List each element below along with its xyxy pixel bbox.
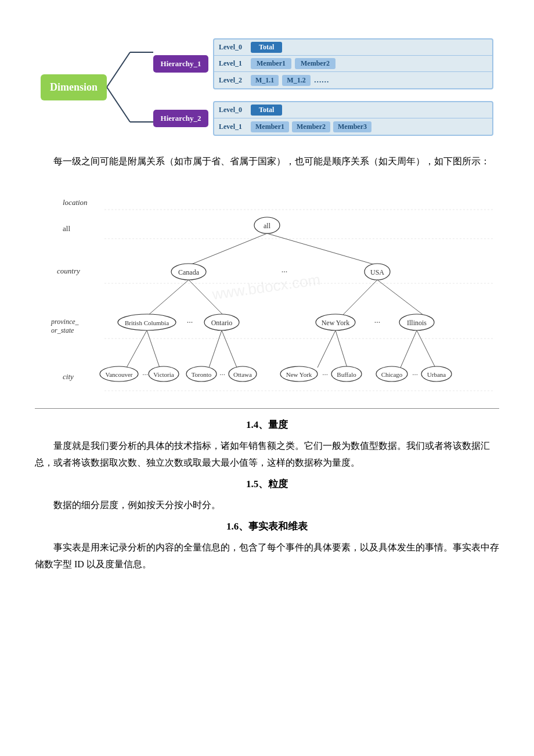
h1-m12: M_1.2 bbox=[282, 75, 310, 86]
svg-text:Victoria: Victoria bbox=[153, 371, 174, 378]
svg-text:···: ··· bbox=[374, 318, 381, 327]
h1-level1-cells: Member1 Member2 bbox=[251, 58, 335, 69]
svg-text:www.bdocx.com: www.bdocx.com bbox=[211, 271, 322, 303]
svg-text:country: country bbox=[57, 267, 80, 275]
hierarchy-2-label: Hierarchy_2 bbox=[153, 110, 208, 127]
h2-member1: Member1 bbox=[251, 121, 289, 132]
svg-line-27 bbox=[342, 280, 377, 315]
svg-line-25 bbox=[148, 280, 189, 315]
hierarchy-1-label: Hierarchy_1 bbox=[153, 55, 208, 73]
svg-text:British Columbia: British Columbia bbox=[125, 319, 169, 326]
h1-level1-name: Level_1 bbox=[219, 59, 251, 68]
h2-level0-row: Level_0 Total bbox=[214, 102, 492, 118]
h1-member2: Member2 bbox=[295, 58, 335, 69]
svg-text:···: ··· bbox=[282, 268, 288, 276]
section-15-content: 数据的细分层度，例如按天分按小时分。 bbox=[35, 496, 499, 514]
svg-text:USA: USA bbox=[370, 268, 384, 276]
h1-m11: M_1.1 bbox=[251, 75, 279, 86]
svg-text:location: location bbox=[63, 198, 88, 207]
svg-text:···: ··· bbox=[322, 370, 328, 379]
svg-text:New York: New York bbox=[322, 319, 350, 327]
svg-line-43 bbox=[317, 330, 335, 368]
h2-level0-cells: Total bbox=[251, 105, 282, 116]
svg-text:Ontario: Ontario bbox=[211, 319, 233, 327]
svg-line-39 bbox=[127, 330, 147, 368]
h2-member2: Member2 bbox=[292, 121, 330, 132]
svg-text:Urbana: Urbana bbox=[427, 371, 446, 378]
h2-level1-row: Level_1 Member1 Member2 Member3 bbox=[214, 118, 492, 135]
h2-member3: Member3 bbox=[333, 121, 371, 132]
h1-level1-row: Level_1 Member1 Member2 bbox=[214, 56, 492, 72]
hierarchy-diagram: Dimension Hierarchy_1 Level_0 Total bbox=[41, 29, 493, 145]
hierarchies-col: Hierarchy_1 Level_0 Total Level_1 Member… bbox=[153, 38, 493, 136]
svg-text:···: ··· bbox=[142, 370, 148, 379]
svg-line-46 bbox=[417, 330, 435, 368]
h1-ellipsis: …… bbox=[314, 75, 329, 85]
svg-line-44 bbox=[335, 330, 347, 368]
svg-line-42 bbox=[222, 330, 237, 368]
svg-line-19 bbox=[267, 233, 377, 265]
h1-member1: Member1 bbox=[251, 58, 291, 69]
svg-line-1 bbox=[107, 87, 130, 122]
h2-level1-name: Level_1 bbox=[219, 123, 251, 131]
svg-text:New York: New York bbox=[286, 371, 312, 378]
svg-line-18 bbox=[189, 233, 267, 265]
hierarchy-1-row: Hierarchy_1 Level_0 Total Level_1 Member… bbox=[153, 38, 493, 89]
svg-text:···: ··· bbox=[412, 370, 418, 379]
svg-text:Toronto: Toronto bbox=[192, 371, 212, 378]
h2-level-table: Level_0 Total Level_1 Member1 Member2 Me… bbox=[213, 101, 493, 136]
section-15: 1.5、粒度 数据的细分层度，例如按天分按小时分。 bbox=[35, 477, 499, 514]
section-16: 1.6、事实表和维表 事实表是用来记录分析的内容的全量信息的，包含了每个事件的具… bbox=[35, 520, 499, 573]
section-16-heading: 1.6、事实表和维表 bbox=[35, 520, 499, 533]
section-divider bbox=[35, 408, 499, 409]
h1-level0-name: Level_0 bbox=[219, 43, 251, 52]
svg-text:Illinois: Illinois bbox=[407, 319, 427, 327]
section-14-content: 量度就是我们要分析的具体的技术指标，诸如年销售额之类。它们一般为数值型数据。我们… bbox=[35, 437, 499, 471]
svg-text:Chicago: Chicago bbox=[381, 371, 403, 378]
section-16-content: 事实表是用来记录分析的内容的全量信息的，包含了每个事件的具体要素，以及具体发生的… bbox=[35, 539, 499, 573]
svg-line-45 bbox=[400, 330, 417, 368]
svg-text:···: ··· bbox=[219, 370, 225, 379]
paragraph-1: 每一级之间可能是附属关系（如市属于省、省属于国家），也可能是顺序关系（如天周年）… bbox=[35, 153, 499, 170]
svg-text:Canada: Canada bbox=[178, 268, 200, 276]
svg-text:city: city bbox=[63, 372, 74, 381]
svg-text:all: all bbox=[264, 222, 271, 230]
h1-level2-name: Level_2 bbox=[219, 76, 251, 85]
h1-level0-cells: Total bbox=[251, 42, 282, 53]
svg-text:Buffalo: Buffalo bbox=[337, 371, 356, 378]
svg-line-41 bbox=[209, 330, 222, 368]
svg-line-28 bbox=[377, 280, 424, 315]
svg-text:Ottawa: Ottawa bbox=[233, 371, 252, 378]
hierarchy-2-row: Hierarchy_2 Level_0 Total Level_1 Member… bbox=[153, 101, 493, 136]
section-14-heading: 1.4、量度 bbox=[35, 418, 499, 431]
h2-level0-name: Level_0 bbox=[219, 106, 251, 114]
svg-text:Vancouver: Vancouver bbox=[105, 371, 132, 378]
svg-line-0 bbox=[107, 52, 130, 87]
h2-total-cell: Total bbox=[251, 105, 282, 116]
svg-line-40 bbox=[147, 330, 160, 368]
h1-level2-row: Level_2 M_1.1 M_1.2 …… bbox=[214, 72, 492, 88]
dimension-box: Dimension bbox=[41, 74, 107, 100]
h1-level2-cells: M_1.1 M_1.2 …… bbox=[251, 75, 329, 86]
h2-level1-cells: Member1 Member2 Member3 bbox=[251, 121, 371, 132]
connector-lines bbox=[107, 29, 153, 145]
h1-level-table: Level_0 Total Level_1 Member1 Member2 Le… bbox=[213, 38, 493, 89]
section-14: 1.4、量度 量度就是我们要分析的具体的技术指标，诸如年销售额之类。它们一般为数… bbox=[35, 418, 499, 471]
section-15-heading: 1.5、粒度 bbox=[35, 477, 499, 491]
h1-total-cell: Total bbox=[251, 42, 282, 53]
svg-text:or_state: or_state bbox=[51, 326, 74, 334]
tree-diagram-svg: www.bdocx.com location all country provi… bbox=[41, 176, 493, 402]
svg-text:all: all bbox=[63, 224, 70, 233]
svg-text:province_: province_ bbox=[50, 318, 80, 326]
svg-text:···: ··· bbox=[187, 318, 193, 327]
tree-diagram-section: www.bdocx.com location all country provi… bbox=[35, 176, 499, 402]
h1-level0-row: Level_0 Total bbox=[214, 39, 492, 56]
